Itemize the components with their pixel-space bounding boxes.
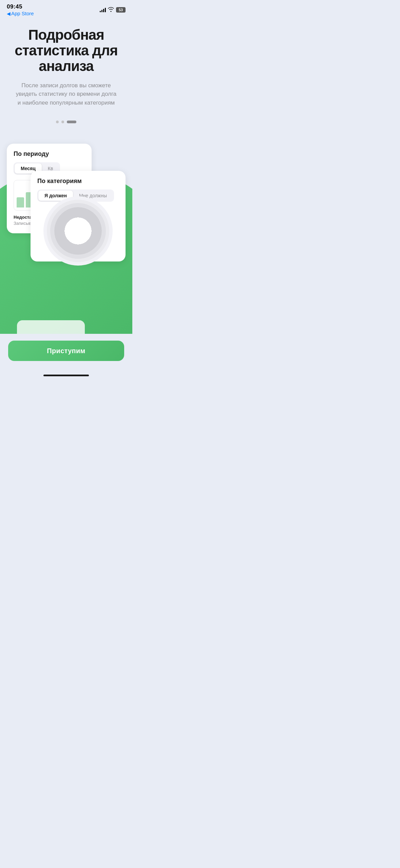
wifi-icon <box>108 7 114 13</box>
dot-2 <box>61 121 64 123</box>
wave-section: По периоду Месяц Кв Недоста… Записывайт … <box>0 137 132 334</box>
dot-3 <box>67 121 76 123</box>
app-store-back[interactable]: ◀ App Store <box>7 11 34 16</box>
category-tab-group: Я должен Мне должны <box>37 189 114 202</box>
category-card: По категориям Я должен Мне должны <box>31 171 126 261</box>
status-time: 09:45 <box>7 3 22 10</box>
dot-1 <box>56 121 59 123</box>
signal-bar-4 <box>105 8 106 12</box>
page-headline: Подробная статистика для анализа <box>10 27 122 74</box>
main-content: Подробная статистика для анализа После з… <box>0 17 132 123</box>
signal-icon <box>100 7 106 12</box>
bar-item <box>17 197 24 207</box>
category-tab-i-owe[interactable]: Я должен <box>38 191 73 201</box>
home-indicator <box>0 371 132 379</box>
action-section: Приступим <box>0 334 132 371</box>
battery-indicator: 53 <box>116 7 126 13</box>
app-store-label: App Store <box>11 11 34 16</box>
signal-bar-2 <box>101 10 102 12</box>
category-card-title: По категориям <box>37 178 119 185</box>
signal-bar-1 <box>100 11 101 12</box>
get-started-button[interactable]: Приступим <box>8 341 124 361</box>
cards-container: По периоду Месяц Кв Недоста… Записывайт … <box>7 144 126 334</box>
bottom-card-partial <box>17 320 85 334</box>
back-arrow-icon: ◀ <box>7 11 11 16</box>
status-left: 09:45 ◀ App Store <box>7 3 34 16</box>
period-card-title: По периоду <box>14 150 85 158</box>
home-bar <box>43 375 89 376</box>
page-subtitle: После записи долгов вы сможете увидеть с… <box>10 81 122 107</box>
signal-bar-3 <box>103 9 104 12</box>
category-tab-owe-me[interactable]: Мне должны <box>73 191 113 201</box>
donut-chart-container <box>37 207 119 255</box>
status-right: 53 <box>100 7 126 13</box>
status-bar: 09:45 ◀ App Store 53 <box>0 0 132 17</box>
pagination-dots <box>10 121 122 123</box>
donut-chart <box>54 207 102 255</box>
